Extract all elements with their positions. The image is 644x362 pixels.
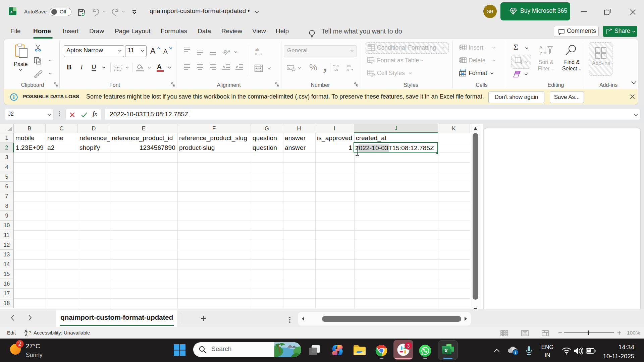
svg-text:?: ? xyxy=(29,330,31,335)
svg-text:3: 3 xyxy=(407,343,410,349)
svg-text:.0: .0 xyxy=(336,64,339,68)
svg-text:C: C xyxy=(288,66,290,69)
svg-text:ab: ab xyxy=(255,48,259,52)
svg-text:2: 2 xyxy=(18,341,21,347)
svg-text:.00: .00 xyxy=(346,64,351,68)
svg-text:c: c xyxy=(255,52,257,56)
svg-text:x: x xyxy=(445,348,448,353)
svg-text:ab: ab xyxy=(222,48,228,55)
svg-text:Z: Z xyxy=(539,51,542,56)
svg-text:.00: .00 xyxy=(334,68,338,71)
svg-text:A: A xyxy=(539,45,543,50)
svg-text:.0: .0 xyxy=(346,68,349,71)
svg-text:x: x xyxy=(10,9,13,14)
